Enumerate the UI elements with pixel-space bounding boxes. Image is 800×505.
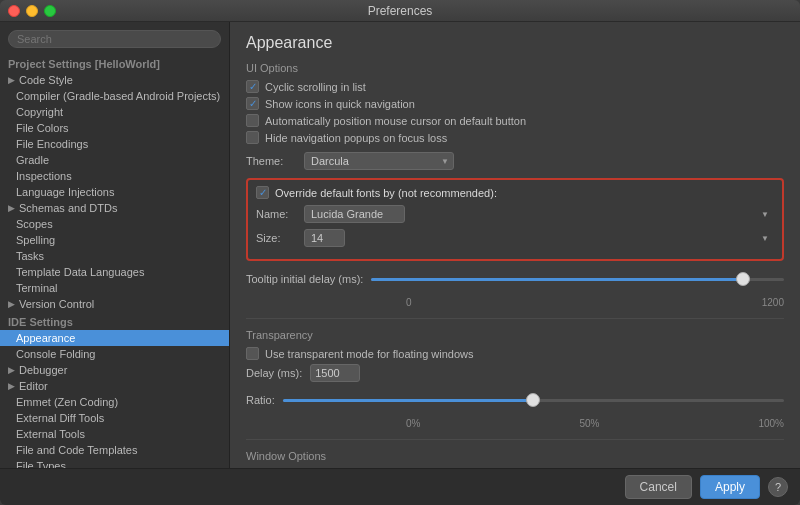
sidebar-item-terminal[interactable]: Terminal (0, 280, 229, 296)
sidebar-item-spelling[interactable]: Spelling (0, 232, 229, 248)
tooltip-max-label: 1200 (762, 297, 784, 308)
label-transparent: Use transparent mode for floating window… (265, 348, 474, 360)
checkbox-override-fonts[interactable] (256, 186, 269, 199)
sidebar-item-file-types[interactable]: File Types (0, 458, 229, 468)
transparent-option: Use transparent mode for floating window… (246, 347, 784, 360)
font-name-label: Name: (256, 208, 296, 220)
font-size-select-wrapper: 14 12 16 18 (304, 229, 774, 247)
sidebar-item-code-style[interactable]: ▶Code Style (0, 72, 229, 88)
search-bar (0, 26, 229, 52)
sidebar-item-scopes[interactable]: Scopes (0, 216, 229, 232)
override-fonts-box: Override default fonts by (not recommend… (246, 178, 784, 261)
content-area: Project Settings [HelloWorld] ▶Code Styl… (0, 22, 800, 468)
option-hide-nav: Hide navigation popups on focus loss (246, 131, 784, 144)
tooltip-slider (371, 269, 784, 289)
sidebar-item-gradle[interactable]: Gradle (0, 152, 229, 168)
sidebar-item-compiler[interactable]: Compiler (Gradle-based Android Projects) (0, 88, 229, 104)
sidebar-item-tasks[interactable]: Tasks (0, 248, 229, 264)
delay-label: Delay (ms): (246, 367, 302, 379)
label-show-icons: Show icons in quick navigation (265, 98, 415, 110)
tooltip-slider-track (371, 278, 784, 281)
ide-settings-header: IDE Settings (0, 312, 229, 330)
tooltip-row: Tooltip initial delay (ms): (246, 269, 784, 289)
close-button[interactable] (8, 5, 20, 17)
sidebar-item-appearance[interactable]: Appearance (0, 330, 229, 346)
sidebar-item-console-folding[interactable]: Console Folding (0, 346, 229, 362)
sidebar-item-template-data[interactable]: Template Data Languages (0, 264, 229, 280)
sidebar-item-external-tools[interactable]: External Tools (0, 426, 229, 442)
ratio-slider-fill (283, 399, 534, 402)
ratio-slider-row: Ratio: (246, 390, 784, 410)
search-input[interactable] (8, 30, 221, 48)
sidebar-item-language-injections[interactable]: Language Injections (0, 184, 229, 200)
preferences-window: Preferences Project Settings [HelloWorld… (0, 0, 800, 505)
theme-label: Theme: (246, 155, 296, 167)
label-hide-nav: Hide navigation popups on focus loss (265, 132, 447, 144)
transparency-label: Transparency (246, 329, 784, 341)
label-auto-position: Automatically position mouse cursor on d… (265, 115, 526, 127)
ui-options-label: UI Options (246, 62, 784, 74)
transparency-section: Transparency Use transparent mode for fl… (246, 329, 784, 429)
divider-1 (246, 318, 784, 319)
tooltip-slider-labels: 0 1200 (246, 297, 784, 308)
font-name-select[interactable]: Lucida Grande Arial Helvetica (304, 205, 405, 223)
ratio-mid-label: 50% (579, 418, 599, 429)
sidebar-item-file-encodings[interactable]: File Encodings (0, 136, 229, 152)
ratio-slider-thumb[interactable] (526, 393, 540, 407)
bottom-bar: Cancel Apply ? (0, 468, 800, 505)
option-show-icons: Show icons in quick navigation (246, 97, 784, 110)
window-options: Window Options Animate windows Show memo… (246, 450, 784, 468)
cancel-button[interactable]: Cancel (625, 475, 692, 499)
traffic-lights (8, 5, 56, 17)
project-settings-header: Project Settings [HelloWorld] (0, 54, 229, 72)
apply-button[interactable]: Apply (700, 475, 760, 499)
checkbox-cyclic-scrolling[interactable] (246, 80, 259, 93)
sidebar-item-file-code-templates[interactable]: File and Code Templates (0, 442, 229, 458)
option-cyclic-scrolling: Cyclic scrolling in list (246, 80, 784, 93)
sidebar-item-copyright[interactable]: Copyright (0, 104, 229, 120)
sidebar-item-external-diff[interactable]: External Diff Tools (0, 410, 229, 426)
titlebar: Preferences (0, 0, 800, 22)
ratio-min-label: 0% (406, 418, 420, 429)
ratio-slider-labels: 0% 50% 100% (246, 418, 784, 429)
font-name-row: Name: Lucida Grande Arial Helvetica (256, 205, 774, 223)
tooltip-label: Tooltip initial delay (ms): (246, 273, 363, 285)
window-options-label: Window Options (246, 450, 784, 462)
ratio-row: Ratio: (246, 390, 784, 410)
sidebar-item-schemas[interactable]: ▶Schemas and DTDs (0, 200, 229, 216)
override-title: Override default fonts by (not recommend… (275, 187, 497, 199)
sidebar-item-debugger[interactable]: ▶Debugger (0, 362, 229, 378)
sidebar-item-version-control[interactable]: ▶Version Control (0, 296, 229, 312)
label-cyclic-scrolling: Cyclic scrolling in list (265, 81, 366, 93)
font-name-select-wrapper: Lucida Grande Arial Helvetica (304, 205, 774, 223)
theme-row: Theme: Darcula Default (246, 152, 784, 170)
override-header: Override default fonts by (not recommend… (256, 186, 774, 199)
sidebar-item-editor[interactable]: ▶Editor (0, 378, 229, 394)
panel-title: Appearance (246, 34, 784, 52)
tooltip-slider-thumb[interactable] (736, 272, 750, 286)
maximize-button[interactable] (44, 5, 56, 17)
ratio-slider (283, 390, 784, 410)
help-button[interactable]: ? (768, 477, 788, 497)
sidebar-item-file-colors[interactable]: File Colors (0, 120, 229, 136)
tooltip-min-label: 0 (406, 297, 412, 308)
checkbox-hide-nav[interactable] (246, 131, 259, 144)
checkbox-show-icons[interactable] (246, 97, 259, 110)
sidebar: Project Settings [HelloWorld] ▶Code Styl… (0, 22, 230, 468)
delay-input[interactable] (310, 364, 360, 382)
font-size-row: Size: 14 12 16 18 (256, 229, 774, 247)
font-size-select[interactable]: 14 12 16 18 (304, 229, 345, 247)
theme-select[interactable]: Darcula Default (304, 152, 454, 170)
tooltip-slider-fill (371, 278, 742, 281)
checkbox-auto-position[interactable] (246, 114, 259, 127)
ratio-slider-track (283, 399, 784, 402)
divider-2 (246, 439, 784, 440)
minimize-button[interactable] (26, 5, 38, 17)
checkbox-transparent[interactable] (246, 347, 259, 360)
sidebar-item-inspections[interactable]: Inspections (0, 168, 229, 184)
theme-select-wrapper: Darcula Default (304, 152, 454, 170)
sidebar-item-emmet[interactable]: Emmet (Zen Coding) (0, 394, 229, 410)
main-panel: Appearance UI Options Cyclic scrolling i… (230, 22, 800, 468)
font-size-label: Size: (256, 232, 296, 244)
ratio-max-label: 100% (758, 418, 784, 429)
